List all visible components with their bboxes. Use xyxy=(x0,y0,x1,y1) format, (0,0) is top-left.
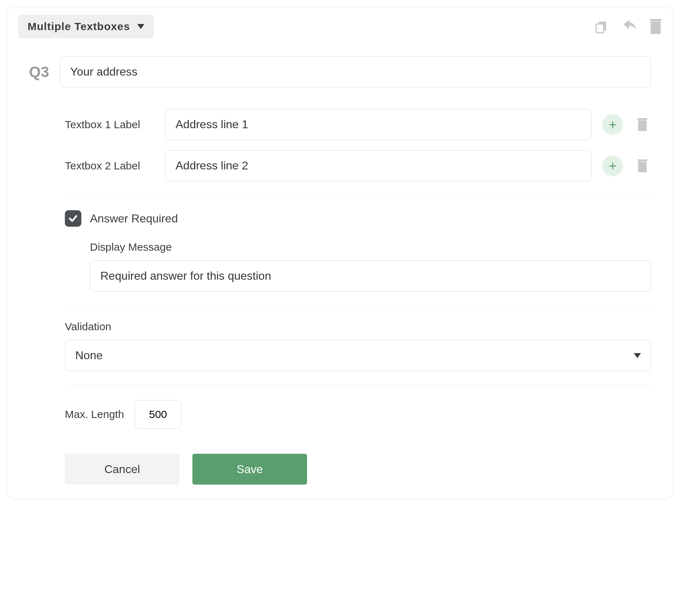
chevron-down-icon xyxy=(634,353,641,358)
answer-required-label: Answer Required xyxy=(90,212,178,225)
save-button[interactable]: Save xyxy=(192,454,307,485)
undo-icon[interactable] xyxy=(621,19,637,34)
textbox-label-input[interactable] xyxy=(165,150,592,181)
svg-rect-2 xyxy=(651,21,661,34)
display-message-label: Display Message xyxy=(90,241,651,253)
divider xyxy=(65,196,651,196)
editor-top-bar: Multiple Textboxes xyxy=(18,15,662,49)
chevron-down-icon xyxy=(137,24,144,29)
question-type-dropdown[interactable]: Multiple Textboxes xyxy=(18,15,154,38)
textbox-row: Textbox 1 Label+ xyxy=(65,109,651,140)
plus-icon: + xyxy=(609,118,617,131)
max-length-label: Max. Length xyxy=(65,408,124,420)
trash-icon xyxy=(637,118,647,131)
divider xyxy=(65,306,651,306)
delete-textbox-button[interactable] xyxy=(634,157,651,174)
trash-icon[interactable] xyxy=(650,19,662,34)
display-message-input[interactable] xyxy=(90,260,651,292)
textbox-input-wrap xyxy=(165,150,592,181)
question-type-label: Multiple Textboxes xyxy=(28,20,130,33)
textbox-label-input[interactable] xyxy=(165,109,592,140)
question-number: Q3 xyxy=(29,63,49,81)
textbox-label-prefix: Textbox 2 Label xyxy=(65,160,154,172)
svg-rect-4 xyxy=(638,120,647,131)
textbox-row-actions: + xyxy=(602,114,651,135)
max-length-row: Max. Length xyxy=(65,400,651,429)
svg-rect-3 xyxy=(650,19,662,21)
textbox-rows: Textbox 1 Label+Textbox 2 Label+ xyxy=(65,109,651,181)
textbox-row-actions: + xyxy=(602,155,651,176)
copy-icon[interactable] xyxy=(594,19,609,34)
textbox-row: Textbox 2 Label+ xyxy=(65,150,651,181)
answer-required-row: Answer Required xyxy=(65,210,651,227)
cancel-button[interactable]: Cancel xyxy=(65,454,179,485)
validation-label: Validation xyxy=(65,321,651,333)
validation-select[interactable]: None xyxy=(65,340,651,371)
question-editor-card: Multiple Textboxes Q3 xyxy=(7,7,673,499)
max-length-input[interactable] xyxy=(135,400,181,429)
add-textbox-button[interactable]: + xyxy=(602,114,623,135)
svg-rect-6 xyxy=(638,162,647,172)
editor-footer: Cancel Save xyxy=(65,429,651,485)
question-title-input[interactable] xyxy=(60,56,651,87)
display-message-section: Display Message xyxy=(65,227,651,292)
textbox-label-prefix: Textbox 1 Label xyxy=(65,119,154,131)
svg-rect-5 xyxy=(637,118,647,120)
textbox-input-wrap xyxy=(165,109,592,140)
top-action-icons xyxy=(594,19,662,34)
validation-selected: None xyxy=(65,340,651,371)
answer-required-checkbox[interactable] xyxy=(65,210,81,227)
question-title-row: Q3 xyxy=(18,49,662,109)
delete-textbox-button[interactable] xyxy=(634,116,651,133)
plus-icon: + xyxy=(609,159,617,173)
trash-icon xyxy=(637,159,647,172)
editor-content: Textbox 1 Label+Textbox 2 Label+ Answer … xyxy=(18,109,662,485)
add-textbox-button[interactable]: + xyxy=(602,155,623,176)
svg-rect-7 xyxy=(637,159,647,161)
divider xyxy=(65,385,651,386)
svg-rect-1 xyxy=(596,24,604,33)
